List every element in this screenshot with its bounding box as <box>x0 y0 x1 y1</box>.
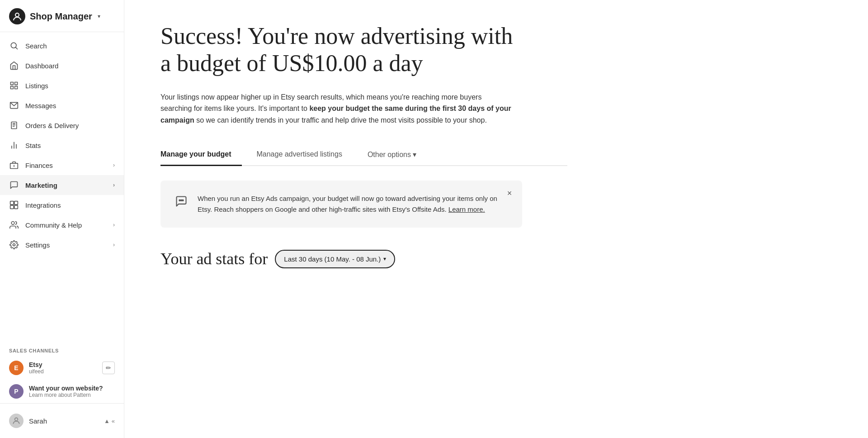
main-content: Success! You're now advertising with a b… <box>124 0 868 438</box>
sidebar-item-finances-label: Finances <box>25 162 53 169</box>
sidebar-item-marketing[interactable]: Marketing › <box>0 175 124 195</box>
sidebar-item-settings[interactable]: Settings › <box>0 235 124 255</box>
page-title: Success! You're now advertising with a b… <box>160 23 513 77</box>
channel-etsy[interactable]: E Etsy uifeed ✏ <box>0 356 124 380</box>
tab-manage-listings[interactable]: Manage advertised listings <box>256 144 353 166</box>
svg-line-2 <box>16 48 18 49</box>
other-options-chevron: ▾ <box>413 150 416 159</box>
sidebar-item-orders[interactable]: Orders & Delivery <box>0 115 124 135</box>
shop-manager-title: Shop Manager <box>30 11 92 22</box>
sidebar-item-community-label: Community & Help <box>25 221 82 229</box>
etsy-badge: E <box>9 361 24 375</box>
sidebar-item-search-label: Search <box>25 42 47 50</box>
user-row[interactable]: Sarah ▲ « <box>0 409 124 433</box>
sidebar-item-stats-label: Stats <box>25 142 41 149</box>
sidebar-item-integrations[interactable]: Integrations <box>0 195 124 215</box>
sidebar-item-dashboard[interactable]: Dashboard <box>0 56 124 76</box>
user-avatar <box>9 414 24 428</box>
info-box-text: When you run an Etsy Ads campaign, your … <box>198 193 509 215</box>
shop-manager-chevron: ▾ <box>98 13 100 19</box>
info-box-learn-more-link[interactable]: Learn more. <box>448 205 485 213</box>
finances-icon <box>9 160 19 170</box>
sidebar-item-dashboard-label: Dashboard <box>25 62 58 70</box>
pattern-name: Want your own website? <box>29 385 115 392</box>
svg-point-23 <box>15 418 18 421</box>
marketing-icon <box>9 180 19 190</box>
megaphone-icon <box>174 194 189 209</box>
stats-icon <box>9 140 19 150</box>
channel-pattern[interactable]: P Want your own website? Learn more abou… <box>0 380 124 403</box>
tab-other-options[interactable]: Other options ▾ <box>368 144 416 165</box>
sidebar-item-integrations-label: Integrations <box>25 201 61 209</box>
date-range-selector[interactable]: Last 30 days (10 May. - 08 Jun.) ▾ <box>275 250 395 268</box>
clipboard-icon <box>9 120 19 130</box>
svg-point-21 <box>11 222 14 225</box>
shop-logo <box>9 8 25 24</box>
user-chevrons: ▲ « <box>104 418 115 424</box>
home-icon <box>9 61 19 71</box>
sidebar-footer: Sarah ▲ « <box>0 403 124 438</box>
settings-chevron: › <box>113 242 115 248</box>
user-double-chevron: « <box>112 418 115 424</box>
sidebar-item-listings-label: Listings <box>25 82 48 90</box>
sidebar-item-messages[interactable]: Messages <box>0 95 124 115</box>
integrations-icon <box>9 200 19 210</box>
pattern-sub: Learn more about Pattern <box>29 392 115 398</box>
tabs-row: Manage your budget Manage advertised lis… <box>160 144 567 166</box>
marketing-chevron: › <box>113 182 115 188</box>
etsy-info: Etsy uifeed <box>29 361 97 375</box>
pattern-badge: P <box>9 384 24 399</box>
description-part2: so we can identify trends in your traffi… <box>194 116 487 124</box>
sidebar-item-finances[interactable]: Finances › <box>0 155 124 175</box>
sidebar-item-community[interactable]: Community & Help › <box>0 215 124 235</box>
sidebar-item-marketing-label: Marketing <box>25 181 57 189</box>
shop-manager-header[interactable]: Shop Manager ▾ <box>0 0 124 32</box>
ad-stats-row: Your ad stats for Last 30 days (10 May. … <box>160 249 841 268</box>
svg-rect-18 <box>14 201 18 205</box>
sidebar-item-search[interactable]: Search <box>0 36 124 56</box>
finances-chevron: › <box>113 162 115 168</box>
pattern-info: Want your own website? Learn more about … <box>29 385 115 398</box>
svg-rect-4 <box>15 82 18 85</box>
svg-point-1 <box>11 43 16 48</box>
tab-manage-budget[interactable]: Manage your budget <box>160 144 242 166</box>
svg-point-24 <box>179 200 180 201</box>
sales-channels-section: SALES CHANNELS E Etsy uifeed ✏ P Want yo… <box>0 341 124 403</box>
sidebar-item-messages-label: Messages <box>25 102 56 110</box>
svg-point-26 <box>182 200 183 201</box>
ad-stats-label: Your ad stats for <box>160 249 268 268</box>
etsy-name: Etsy <box>29 361 97 368</box>
sidebar-item-settings-label: Settings <box>25 241 50 249</box>
date-range-chevron: ▾ <box>383 256 386 262</box>
search-icon <box>9 41 19 51</box>
svg-rect-19 <box>10 205 14 209</box>
page-description: Your listings now appear higher up in Et… <box>160 91 513 126</box>
etsy-sub: uifeed <box>29 368 97 375</box>
community-icon <box>9 220 19 230</box>
listings-icon <box>9 81 19 90</box>
sidebar-item-orders-label: Orders & Delivery <box>25 122 79 129</box>
sidebar: Shop Manager ▾ Search Dashboard Listings <box>0 0 124 438</box>
svg-point-0 <box>15 13 19 17</box>
sidebar-nav: Search Dashboard Listings Messages <box>0 32 124 341</box>
svg-rect-6 <box>15 86 18 89</box>
community-chevron: › <box>113 222 115 228</box>
svg-rect-20 <box>14 205 18 209</box>
etsy-edit-button[interactable]: ✏ <box>102 362 115 374</box>
info-box: When you run an Etsy Ads campaign, your … <box>160 181 522 228</box>
sales-channels-label: SALES CHANNELS <box>0 341 124 356</box>
svg-rect-3 <box>11 82 14 85</box>
svg-point-22 <box>13 244 15 246</box>
user-name: Sarah <box>29 417 99 425</box>
settings-icon <box>9 240 19 250</box>
info-box-close-button[interactable]: × <box>504 188 515 199</box>
svg-point-25 <box>181 200 182 201</box>
svg-rect-17 <box>10 201 14 205</box>
sidebar-item-stats[interactable]: Stats <box>0 135 124 155</box>
sidebar-item-listings[interactable]: Listings <box>0 76 124 95</box>
user-chevron-up: ▲ <box>104 418 110 424</box>
svg-rect-5 <box>11 86 14 89</box>
date-range-text: Last 30 days (10 May. - 08 Jun.) <box>284 255 381 263</box>
mail-icon <box>9 100 19 110</box>
